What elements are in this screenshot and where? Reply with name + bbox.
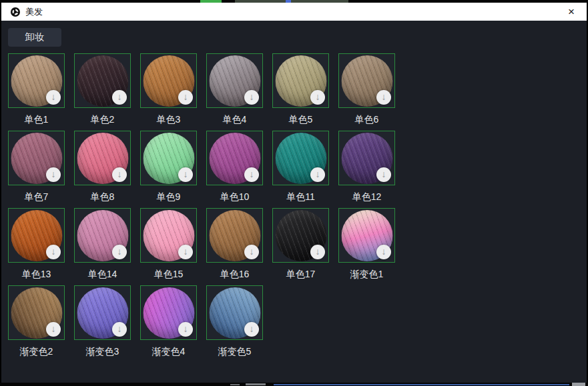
hair-style-grid: ↓ 单色1 ↓ 单色2 ↓ 单色3 ↓ 单色4 ↓ 单色5 — [8, 53, 408, 363]
hair-style-label: 单色7 — [8, 191, 65, 203]
hair-style-label: 单色10 — [206, 191, 263, 203]
occluded-fragment — [572, 383, 585, 386]
hair-style-label: 单色5 — [272, 114, 329, 126]
hair-swatch-tile[interactable]: ↓ — [8, 131, 65, 185]
hair-swatch-tile[interactable]: ↓ — [140, 208, 197, 263]
hair-swatch-tile[interactable]: ↓ — [206, 208, 263, 263]
download-icon[interactable]: ↓ — [178, 167, 193, 182]
hair-style-label: 渐变色2 — [8, 346, 65, 358]
hair-swatch-tile[interactable]: ↓ — [8, 53, 65, 108]
hair-swatch-tile[interactable]: ↓ — [206, 131, 263, 185]
download-icon[interactable]: ↓ — [310, 90, 325, 105]
hair-style-label: 单色13 — [8, 269, 65, 281]
hair-style-item[interactable]: ↓ 单色8 — [74, 131, 131, 203]
download-icon[interactable]: ↓ — [46, 322, 61, 337]
hair-swatch-tile[interactable]: ↓ — [140, 131, 197, 185]
hair-style-label: 单色4 — [206, 114, 263, 126]
download-icon[interactable]: ↓ — [376, 167, 391, 182]
download-icon[interactable]: ↓ — [178, 322, 193, 337]
hair-style-item[interactable]: ↓ 渐变色2 — [8, 285, 65, 358]
dialog-title: 美发 — [25, 6, 43, 18]
hair-swatch-tile[interactable]: ↓ — [206, 53, 263, 108]
occluded-progress-line — [274, 384, 569, 385]
hair-style-label: 单色12 — [338, 191, 395, 203]
download-icon[interactable]: ↓ — [244, 245, 259, 259]
hair-swatch-tile[interactable]: ↓ — [8, 285, 65, 340]
occluded-app-bottom-strip — [0, 383, 588, 386]
download-icon[interactable]: ↓ — [310, 167, 325, 182]
hair-style-item[interactable]: ↓ 单色11 — [272, 131, 329, 203]
download-icon[interactable]: ↓ — [244, 322, 259, 337]
occluded-fragment — [246, 383, 266, 385]
hair-style-label: 单色1 — [8, 114, 65, 126]
hair-style-item[interactable]: ↓ 渐变色3 — [74, 285, 131, 358]
hair-style-label: 单色16 — [206, 269, 263, 281]
hair-style-label: 单色11 — [272, 191, 329, 203]
hair-style-label: 单色17 — [272, 269, 329, 281]
hair-style-label: 渐变色5 — [206, 346, 263, 358]
hair-style-label: 单色6 — [338, 114, 395, 126]
hair-swatch-tile[interactable]: ↓ — [206, 285, 263, 340]
hair-style-dialog: 美发 × 卸妆 ↓ 单色1 ↓ 单色2 ↓ 单色3 ↓ 单色4 — [0, 0, 588, 386]
download-icon[interactable]: ↓ — [244, 167, 259, 182]
download-icon[interactable]: ↓ — [112, 245, 127, 259]
hair-style-item[interactable]: ↓ 单色16 — [206, 208, 263, 281]
hair-swatch-tile[interactable]: ↓ — [338, 208, 395, 263]
hair-swatch-tile[interactable]: ↓ — [8, 208, 65, 263]
download-icon[interactable]: ↓ — [46, 167, 61, 182]
hair-style-item[interactable]: ↓ 渐变色1 — [338, 208, 395, 281]
hair-swatch-tile[interactable]: ↓ — [74, 53, 131, 108]
hair-style-item[interactable]: ↓ 单色15 — [140, 208, 197, 281]
download-icon[interactable]: ↓ — [376, 245, 391, 259]
hair-style-item[interactable]: ↓ 单色2 — [74, 53, 131, 126]
hair-swatch-tile[interactable]: ↓ — [272, 53, 329, 108]
hair-swatch-tile[interactable]: ↓ — [140, 53, 197, 108]
hair-style-item[interactable]: ↓ 单色3 — [140, 53, 197, 126]
download-icon[interactable]: ↓ — [178, 245, 193, 259]
hair-style-label: 渐变色1 — [338, 269, 395, 281]
download-icon[interactable]: ↓ — [112, 90, 127, 105]
hair-style-label: 单色3 — [140, 114, 197, 126]
hair-style-label: 单色2 — [74, 114, 131, 126]
download-icon[interactable]: ↓ — [310, 245, 325, 259]
hair-swatch-tile[interactable]: ↓ — [74, 285, 131, 340]
hair-swatch-tile[interactable]: ↓ — [74, 208, 131, 263]
hair-style-label: 单色8 — [74, 191, 131, 203]
hair-style-item[interactable]: ↓ 单色7 — [8, 131, 65, 203]
hair-style-label: 渐变色3 — [74, 346, 131, 358]
hair-style-label: 渐变色4 — [140, 346, 197, 358]
hair-swatch-tile[interactable]: ↓ — [74, 131, 131, 185]
download-icon[interactable]: ↓ — [46, 90, 61, 105]
hair-style-item[interactable]: ↓ 单色4 — [206, 53, 263, 126]
hair-style-item[interactable]: ↓ 单色13 — [8, 208, 65, 281]
download-icon[interactable]: ↓ — [244, 90, 259, 105]
hair-swatch-tile[interactable]: ↓ — [338, 53, 395, 108]
download-icon[interactable]: ↓ — [376, 90, 391, 105]
hair-swatch-tile[interactable]: ↓ — [140, 285, 197, 340]
hair-style-item[interactable]: ↓ 单色10 — [206, 131, 263, 203]
hair-style-item[interactable]: ↓ 单色9 — [140, 131, 197, 203]
hair-swatch-tile[interactable]: ↓ — [338, 131, 395, 185]
close-icon[interactable]: × — [563, 3, 580, 21]
hair-style-item[interactable]: ↓ 渐变色4 — [140, 285, 197, 358]
hair-swatch-tile[interactable]: ↓ — [272, 208, 329, 263]
titlebar: 美发 × — [1, 3, 587, 21]
hair-style-item[interactable]: ↓ 渐变色5 — [206, 285, 263, 358]
hair-style-item[interactable]: ↓ 单色5 — [272, 53, 329, 126]
download-icon[interactable]: ↓ — [112, 167, 127, 182]
hair-style-item[interactable]: ↓ 单色17 — [272, 208, 329, 281]
hair-style-item[interactable]: ↓ 单色1 — [8, 53, 65, 126]
hair-style-item[interactable]: ↓ 单色14 — [74, 208, 131, 281]
occluded-fragment — [230, 384, 240, 385]
hair-style-item[interactable]: ↓ 单色12 — [338, 131, 395, 203]
download-icon[interactable]: ↓ — [178, 90, 193, 105]
download-icon[interactable]: ↓ — [112, 322, 127, 337]
hair-swatch-tile[interactable]: ↓ — [272, 131, 329, 185]
obs-logo-icon — [11, 7, 20, 17]
remove-makeup-button[interactable]: 卸妆 — [8, 28, 61, 47]
dialog-content: 卸妆 ↓ 单色1 ↓ 单色2 ↓ 单色3 ↓ 单色4 ↓ — [1, 21, 587, 383]
hair-style-label: 单色9 — [140, 191, 197, 203]
download-icon[interactable]: ↓ — [46, 245, 61, 259]
hair-style-label: 单色15 — [140, 269, 197, 281]
hair-style-item[interactable]: ↓ 单色6 — [338, 53, 395, 126]
